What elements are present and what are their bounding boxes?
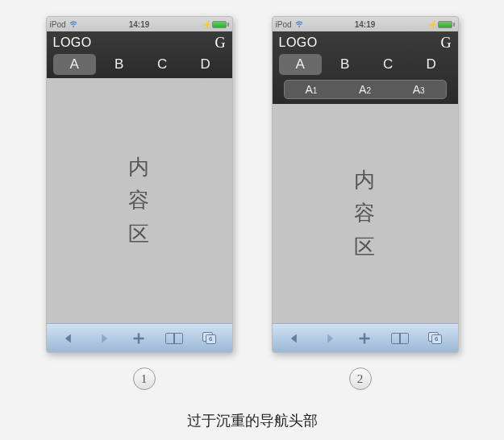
secondary-tabs: A1 A2 A3 bbox=[284, 80, 447, 99]
status-bar: iPod 14:19 ⚡ bbox=[47, 17, 232, 31]
tab-count: 6 bbox=[206, 334, 216, 344]
content-area: 内 容 区 bbox=[273, 104, 458, 323]
tab-a[interactable]: A bbox=[53, 54, 97, 75]
tab-d[interactable]: D bbox=[184, 54, 227, 75]
browser-toolbar: 6 bbox=[47, 323, 232, 352]
figure-number-1: 1 bbox=[133, 367, 156, 390]
status-time: 14:19 bbox=[306, 20, 424, 29]
primary-tabs: A B C D bbox=[47, 54, 232, 78]
bookmarks-button[interactable] bbox=[162, 329, 186, 348]
logo-row: LOGO G bbox=[47, 31, 232, 54]
charging-icon: ⚡ bbox=[202, 20, 211, 29]
phone-mockup-1: iPod 14:19 ⚡ LOGO G A B C D bbox=[46, 16, 233, 353]
svg-point-0 bbox=[73, 26, 74, 27]
content-line-3: 区 bbox=[128, 218, 151, 251]
tabs-icon: 6 bbox=[202, 332, 217, 345]
device-label: iPod bbox=[50, 20, 66, 29]
bookmarks-button[interactable] bbox=[388, 329, 412, 348]
header-right-label: G bbox=[441, 35, 452, 52]
device-label: iPod bbox=[276, 20, 292, 29]
book-icon bbox=[165, 333, 183, 344]
wifi-icon bbox=[295, 20, 303, 28]
content-line-1: 内 bbox=[128, 151, 151, 185]
figure-labels: 1 2 bbox=[0, 367, 504, 390]
back-button[interactable] bbox=[56, 329, 81, 348]
primary-tabs: A B C D bbox=[273, 54, 458, 78]
tab-a[interactable]: A bbox=[279, 54, 323, 75]
tab-d[interactable]: D bbox=[410, 54, 453, 75]
book-icon bbox=[391, 333, 409, 344]
tab-count: 6 bbox=[431, 334, 442, 344]
tabs-icon: 6 bbox=[428, 332, 443, 345]
forward-button[interactable] bbox=[318, 329, 342, 348]
header-right-label: G bbox=[215, 35, 226, 52]
secondary-tabs-wrap: A1 A2 A3 bbox=[273, 78, 458, 104]
content-line-2: 容 bbox=[354, 197, 377, 230]
subtab-a3[interactable]: A3 bbox=[392, 83, 446, 96]
tabs-button[interactable]: 6 bbox=[423, 329, 448, 348]
logo-text: LOGO bbox=[53, 35, 215, 50]
content-line-1: 内 bbox=[354, 164, 377, 197]
status-time: 14:19 bbox=[81, 20, 198, 29]
add-button[interactable] bbox=[127, 329, 151, 348]
figure-number-2: 2 bbox=[349, 367, 372, 390]
back-button[interactable] bbox=[282, 329, 306, 348]
wifi-icon bbox=[69, 20, 77, 28]
caption: 过于沉重的导航头部 bbox=[0, 411, 504, 430]
app-header: LOGO G A B C D A1 A2 A3 bbox=[273, 31, 458, 104]
logo-text: LOGO bbox=[279, 35, 441, 50]
svg-point-1 bbox=[298, 26, 300, 27]
content-placeholder: 内 容 区 bbox=[354, 164, 377, 264]
phone-mockup-2: iPod 14:19 ⚡ LOGO G A B C D bbox=[272, 16, 459, 353]
tab-c[interactable]: C bbox=[367, 54, 410, 75]
forward-button[interactable] bbox=[92, 329, 116, 348]
tabs-button[interactable]: 6 bbox=[198, 329, 222, 348]
tab-b[interactable]: B bbox=[323, 54, 367, 75]
battery-icon: ⚡ bbox=[427, 20, 455, 29]
charging-icon: ⚡ bbox=[427, 20, 437, 29]
subtab-a1[interactable]: A1 bbox=[285, 83, 339, 96]
battery-icon: ⚡ bbox=[202, 20, 229, 29]
content-placeholder: 内 容 区 bbox=[128, 151, 151, 251]
subtab-a2[interactable]: A2 bbox=[338, 83, 392, 96]
content-area: 内 容 区 bbox=[47, 78, 232, 323]
browser-toolbar: 6 bbox=[273, 323, 458, 352]
status-bar: iPod 14:19 ⚡ bbox=[273, 17, 458, 31]
app-header: LOGO G A B C D bbox=[47, 31, 232, 78]
add-button[interactable] bbox=[352, 329, 377, 348]
content-line-2: 容 bbox=[128, 184, 151, 218]
content-line-3: 区 bbox=[354, 230, 377, 264]
logo-row: LOGO G bbox=[273, 31, 458, 54]
phones-row: iPod 14:19 ⚡ LOGO G A B C D bbox=[0, 0, 504, 353]
tab-c[interactable]: C bbox=[141, 54, 185, 75]
tab-b[interactable]: B bbox=[98, 54, 141, 75]
